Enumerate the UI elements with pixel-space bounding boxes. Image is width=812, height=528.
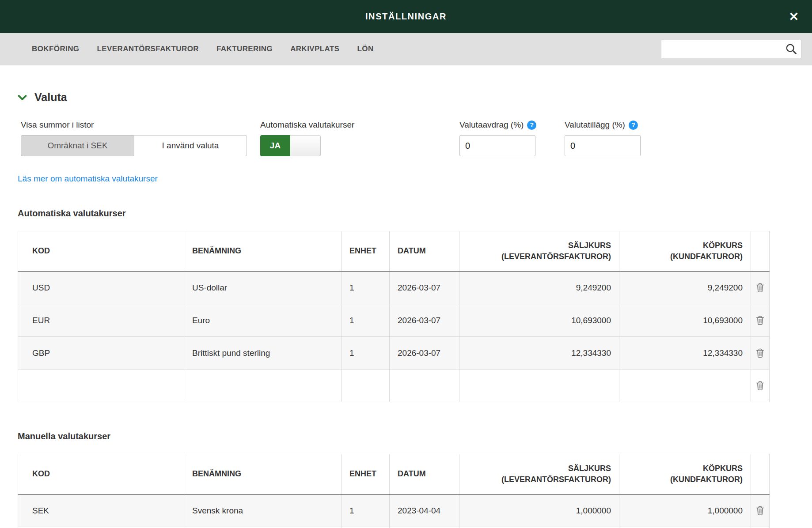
- col-kopkurs-line2: (KUNDFAKTUROR): [619, 251, 743, 262]
- cell-kopkurs: 12,334330: [619, 337, 751, 370]
- manual-table-title: Manuella valutakurser: [18, 431, 794, 441]
- cell-actions: [751, 494, 770, 527]
- cell-kopkurs: 1,000000: [619, 494, 751, 527]
- surcharge-label: Valutatillägg (%): [565, 120, 625, 130]
- table-row-empty: [18, 370, 770, 402]
- surcharge-label-row: Valutatillägg (%) ?: [565, 120, 794, 130]
- learn-more-link[interactable]: Läs mer om automatiska valutakurser: [18, 174, 158, 184]
- col-kopkurs-line2: (KUNDFAKTUROR): [619, 474, 743, 485]
- empty-cell: [184, 370, 341, 402]
- cell-enhet: 1: [341, 494, 390, 527]
- auto-rates-label: Automatiska valutakurser: [260, 120, 459, 130]
- cell-kopkurs: 10,693000: [619, 304, 751, 337]
- valuta-section-header[interactable]: Valuta: [18, 91, 67, 104]
- cell-benamning: Svensk krona: [184, 494, 341, 527]
- toggle-on-label: JA: [260, 135, 290, 156]
- table-header-row: KOD BENÄMNING ENHET DATUM SÄLJKURS (LEVE…: [18, 454, 770, 494]
- col-actions: [751, 454, 770, 494]
- search-box: [661, 40, 801, 58]
- col-kod: KOD: [18, 231, 184, 272]
- cell-actions: [751, 370, 770, 402]
- delete-row-icon[interactable]: [756, 381, 764, 391]
- help-valutatillagg-icon[interactable]: ?: [629, 121, 638, 130]
- deduction-label: Valutaavdrag (%): [459, 120, 524, 130]
- col-kopkurs: KÖPKURS (KUNDFAKTUROR): [619, 454, 751, 494]
- manual-rates-table: KOD BENÄMNING ENHET DATUM SÄLJKURS (LEVE…: [18, 454, 770, 528]
- empty-cell: [619, 370, 751, 402]
- tab-bokforing[interactable]: BOKFÖRING: [32, 45, 79, 53]
- cell-enhet: 1: [341, 337, 390, 370]
- nav-tabs: BOKFÖRING LEVERANTÖRSFAKTUROR FAKTURERIN…: [32, 45, 374, 53]
- col-saljkurs: SÄLJKURS (LEVERANTÖRSFAKTUROR): [459, 454, 619, 494]
- option-i-anvand-valuta[interactable]: I använd valuta: [134, 135, 247, 156]
- delete-row-icon[interactable]: [756, 348, 764, 358]
- col-enhet: ENHET: [341, 454, 390, 494]
- table-row-usd: USD US-dollar 1 2026-03-07 9,249200 9,24…: [18, 272, 770, 304]
- cell-saljkurs: 1,000000: [459, 494, 619, 527]
- delete-row-icon[interactable]: [756, 315, 764, 325]
- cell-saljkurs: 10,693000: [459, 304, 619, 337]
- col-kod: KOD: [18, 454, 184, 494]
- cell-enhet: 1: [341, 304, 390, 337]
- modal-title: INSTÄLLNINGAR: [365, 11, 447, 22]
- surcharge-input[interactable]: [565, 135, 641, 156]
- cell-kod: SEK: [18, 494, 184, 527]
- col-datum: DATUM: [390, 454, 459, 494]
- col-benamning: BENÄMNING: [184, 454, 341, 494]
- option-omraknat-i-sek[interactable]: Omräknat i SEK: [21, 135, 134, 156]
- col-datum: DATUM: [390, 231, 459, 272]
- auto-rates-table: KOD BENÄMNING ENHET DATUM SÄLJKURS (LEVE…: [18, 231, 770, 402]
- cell-kopkurs: 9,249200: [619, 272, 751, 304]
- cell-datum: 2026-03-07: [390, 337, 459, 370]
- cell-actions: [751, 304, 770, 337]
- tab-arkivplats[interactable]: ARKIVPLATS: [290, 45, 339, 53]
- table-row-sek: SEK Svensk krona 1 2023-04-04 1,000000 1…: [18, 494, 770, 527]
- close-icon[interactable]: ✕: [789, 11, 799, 23]
- search-icon[interactable]: [785, 43, 797, 55]
- valuta-controls: Visa summor i listor Omräknat i SEK I an…: [18, 120, 794, 156]
- surcharge-group: Valutatillägg (%) ?: [565, 120, 794, 156]
- table-row-eur: EUR Euro 1 2026-03-07 10,693000 10,69300…: [18, 304, 770, 337]
- deduction-label-row: Valutaavdrag (%) ?: [459, 120, 565, 130]
- chevron-down-icon[interactable]: [18, 94, 27, 101]
- empty-cell: [341, 370, 390, 402]
- auto-rates-group: Automatiska valutakurser JA: [260, 120, 459, 156]
- col-actions: [751, 231, 770, 272]
- empty-cell: [390, 370, 459, 402]
- table-header-row: KOD BENÄMNING ENHET DATUM SÄLJKURS (LEVE…: [18, 231, 770, 272]
- tab-lon[interactable]: LÖN: [357, 45, 374, 53]
- tab-leverantorsfakturor[interactable]: LEVERANTÖRSFAKTUROR: [97, 45, 199, 53]
- cell-saljkurs: 12,334330: [459, 337, 619, 370]
- col-saljkurs-line1: SÄLJKURS: [459, 240, 611, 251]
- delete-row-icon[interactable]: [756, 283, 764, 293]
- empty-cell: [18, 370, 184, 402]
- empty-cell: [459, 370, 619, 402]
- show-sums-group: Visa summor i listor Omräknat i SEK I an…: [21, 120, 247, 156]
- auto-rates-toggle[interactable]: JA: [260, 135, 321, 156]
- settings-nav: BOKFÖRING LEVERANTÖRSFAKTUROR FAKTURERIN…: [0, 33, 812, 65]
- auto-table-title: Automatiska valutakurser: [18, 208, 794, 219]
- delete-row-icon[interactable]: [756, 505, 764, 516]
- col-kopkurs-line1: KÖPKURS: [619, 463, 743, 474]
- cell-actions: [751, 337, 770, 370]
- col-saljkurs: SÄLJKURS (LEVERANTÖRSFAKTUROR): [459, 231, 619, 272]
- col-saljkurs-line1: SÄLJKURS: [459, 463, 611, 474]
- deduction-input[interactable]: [459, 135, 535, 156]
- tab-fakturering[interactable]: FAKTURERING: [216, 45, 273, 53]
- col-enhet: ENHET: [341, 231, 390, 272]
- search-input[interactable]: [661, 40, 801, 58]
- col-saljkurs-line2: (LEVERANTÖRSFAKTUROR): [459, 474, 611, 485]
- cell-benamning: Brittiskt pund sterling: [184, 337, 341, 370]
- cell-benamning: US-dollar: [184, 272, 341, 304]
- cell-kod: EUR: [18, 304, 184, 337]
- cell-datum: 2026-03-07: [390, 304, 459, 337]
- cell-enhet: 1: [341, 272, 390, 304]
- table-row-gbp: GBP Brittiskt pund sterling 1 2026-03-07…: [18, 337, 770, 370]
- cell-benamning: Euro: [184, 304, 341, 337]
- show-sums-segmented: Omräknat i SEK I använd valuta: [21, 135, 247, 156]
- help-valutaavdrag-icon[interactable]: ?: [527, 121, 536, 130]
- modal-header: INSTÄLLNINGAR ✕: [0, 0, 812, 33]
- cell-kod: USD: [18, 272, 184, 304]
- col-kopkurs-line1: KÖPKURS: [619, 240, 743, 251]
- col-kopkurs: KÖPKURS (KUNDFAKTUROR): [619, 231, 751, 272]
